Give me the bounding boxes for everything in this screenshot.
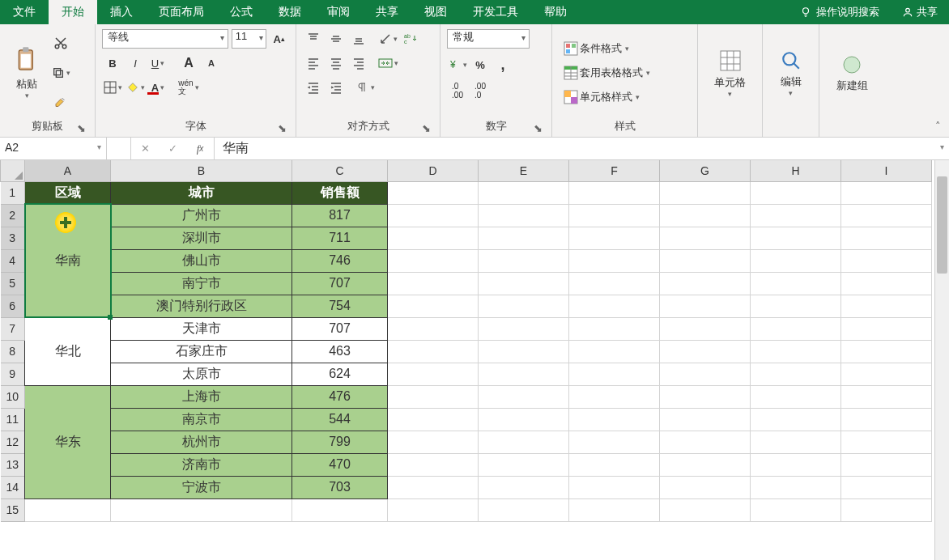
cell-I2[interactable]: [841, 204, 932, 227]
tab-review[interactable]: 审阅: [314, 0, 363, 24]
cell-D2[interactable]: [388, 204, 479, 227]
tab-page-layout[interactable]: 页面布局: [146, 0, 217, 24]
fill-color-button[interactable]: [125, 78, 146, 97]
cell-B6[interactable]: 澳门特别行政区: [111, 295, 292, 317]
row-header-14[interactable]: 14: [1, 476, 25, 498]
cell-B3[interactable]: 深圳市: [111, 227, 292, 249]
cell-H11[interactable]: [751, 408, 841, 431]
tab-help[interactable]: 帮助: [531, 0, 580, 24]
cell-C1[interactable]: 销售额: [292, 181, 388, 204]
cell-B11[interactable]: 南京市: [111, 408, 292, 431]
cell-H14[interactable]: [751, 476, 841, 498]
cell-F10[interactable]: [569, 385, 660, 408]
cell-C14[interactable]: 703: [292, 476, 388, 498]
cell-F9[interactable]: [569, 363, 660, 385]
cell-G5[interactable]: [660, 272, 751, 295]
row-header-7[interactable]: 7: [1, 317, 25, 340]
cell-B8[interactable]: 石家庄市: [111, 340, 292, 363]
grow-font-button[interactable]: A▴: [270, 29, 289, 49]
row-header-2[interactable]: 2: [1, 204, 25, 227]
cell-H8[interactable]: [751, 340, 841, 363]
cell-F7[interactable]: [569, 317, 660, 340]
collapse-ribbon-button[interactable]: ˄: [930, 117, 946, 134]
cell-H12[interactable]: [751, 431, 841, 453]
rtl-button[interactable]: [355, 78, 376, 97]
cell-E8[interactable]: [479, 340, 569, 363]
cell-D11[interactable]: [388, 408, 479, 431]
cell-C15[interactable]: [292, 498, 388, 521]
cell-B5[interactable]: 南宁市: [111, 272, 292, 295]
cell-A15[interactable]: [25, 498, 111, 521]
underline-button[interactable]: U: [147, 53, 168, 73]
shrink-font-button[interactable]: A: [201, 53, 222, 73]
cell-C4[interactable]: 746: [292, 249, 388, 272]
clipboard-launcher[interactable]: ⬊: [75, 122, 87, 134]
cell-A2[interactable]: 华南: [25, 204, 111, 317]
cell-D5[interactable]: [388, 272, 479, 295]
cell-B2[interactable]: 广州市: [111, 204, 292, 227]
borders-button[interactable]: [102, 78, 123, 97]
cell-A1[interactable]: 区域: [25, 181, 111, 204]
cell-H3[interactable]: [751, 227, 841, 249]
cell-B10[interactable]: 上海市: [111, 385, 292, 408]
insert-function-button[interactable]: fx: [186, 138, 214, 159]
orientation-button[interactable]: [377, 29, 398, 49]
cell-D3[interactable]: [388, 227, 479, 249]
align-left-button[interactable]: [303, 53, 324, 73]
accounting-format-button[interactable]: ¥: [447, 55, 468, 74]
cell-E14[interactable]: [479, 476, 569, 498]
cell-B13[interactable]: 济南市: [111, 453, 292, 476]
wrap-text-button[interactable]: abc: [400, 29, 421, 49]
increase-decimal-button[interactable]: .0.00: [447, 81, 468, 100]
cell-E9[interactable]: [479, 363, 569, 385]
cell-G9[interactable]: [660, 363, 751, 385]
cell-F13[interactable]: [569, 453, 660, 476]
cell-E4[interactable]: [479, 249, 569, 272]
cell-G4[interactable]: [660, 249, 751, 272]
cell-D7[interactable]: [388, 317, 479, 340]
row-header-8[interactable]: 8: [1, 340, 25, 363]
col-header-E[interactable]: E: [479, 160, 569, 181]
cell-G13[interactable]: [660, 453, 751, 476]
cell-I4[interactable]: [841, 249, 932, 272]
col-header-C[interactable]: C: [292, 160, 388, 181]
cell-G3[interactable]: [660, 227, 751, 249]
cell-H2[interactable]: [751, 204, 841, 227]
cell-H15[interactable]: [751, 498, 841, 521]
font-launcher[interactable]: ⬊: [276, 122, 287, 134]
col-header-G[interactable]: G: [660, 160, 751, 181]
cell-D4[interactable]: [388, 249, 479, 272]
cell-G7[interactable]: [660, 317, 751, 340]
cell-I11[interactable]: [841, 408, 932, 431]
align-middle-button[interactable]: [326, 29, 347, 49]
cell-B4[interactable]: 佛山市: [111, 249, 292, 272]
bold-button[interactable]: B: [102, 53, 123, 73]
cell-D15[interactable]: [388, 498, 479, 521]
cell-F3[interactable]: [569, 227, 660, 249]
cell-styles-button[interactable]: 单元格样式▾: [559, 85, 691, 109]
cell-G15[interactable]: [660, 498, 751, 521]
cell-F11[interactable]: [569, 408, 660, 431]
new-group-button[interactable]: 新建组: [828, 28, 876, 120]
grow-font-2-button[interactable]: A: [178, 53, 199, 73]
cell-D14[interactable]: [388, 476, 479, 498]
tab-data[interactable]: 数据: [266, 0, 314, 24]
phonetic-button[interactable]: wén文: [178, 78, 199, 97]
cell-E13[interactable]: [479, 453, 569, 476]
row-header-3[interactable]: 3: [1, 227, 25, 249]
cell-D6[interactable]: [388, 295, 479, 317]
cell-H6[interactable]: [751, 295, 841, 317]
cell-B12[interactable]: 杭州市: [111, 431, 292, 453]
cell-C9[interactable]: 624: [292, 363, 388, 385]
align-right-button[interactable]: [348, 53, 369, 73]
cell-F6[interactable]: [569, 295, 660, 317]
expand-formula-bar[interactable]: ▾: [940, 142, 944, 151]
col-header-A[interactable]: A: [25, 160, 111, 181]
cell-I9[interactable]: [841, 363, 932, 385]
row-header-4[interactable]: 4: [1, 249, 25, 272]
cell-G14[interactable]: [660, 476, 751, 498]
merge-button[interactable]: [377, 53, 398, 73]
name-box[interactable]: A2: [0, 138, 107, 159]
cells-button[interactable]: 单元格 ▾: [706, 28, 755, 120]
conditional-format-button[interactable]: 条件格式▾: [559, 36, 691, 61]
